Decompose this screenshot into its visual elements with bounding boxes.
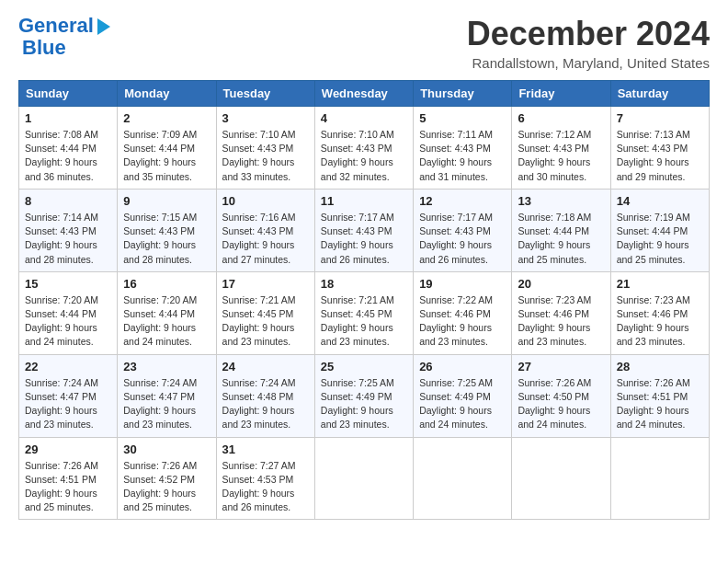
column-header-tuesday: Tuesday <box>216 81 314 107</box>
day-cell-11: 11Sunrise: 7:17 AM Sunset: 4:43 PM Dayli… <box>314 189 413 271</box>
column-header-friday: Friday <box>512 81 610 107</box>
week-row-5: 29Sunrise: 7:26 AM Sunset: 4:51 PM Dayli… <box>19 437 710 520</box>
day-number: 1 <box>25 111 111 125</box>
day-number: 25 <box>321 360 407 373</box>
day-info: Sunrise: 7:13 AM Sunset: 4:43 PM Dayligh… <box>617 128 703 184</box>
day-number: 19 <box>419 277 506 291</box>
empty-cell <box>314 437 413 520</box>
day-info: Sunrise: 7:20 AM Sunset: 4:44 PM Dayligh… <box>25 293 111 350</box>
logo-blue: Blue <box>18 37 66 59</box>
day-number: 24 <box>222 360 309 373</box>
day-cell-16: 16Sunrise: 7:20 AM Sunset: 4:44 PM Dayli… <box>118 271 216 354</box>
day-info: Sunrise: 7:09 AM Sunset: 4:44 PM Dayligh… <box>123 128 210 184</box>
day-cell-30: 30Sunrise: 7:26 AM Sunset: 4:52 PM Dayli… <box>118 437 216 520</box>
day-cell-18: 18Sunrise: 7:21 AM Sunset: 4:45 PM Dayli… <box>314 271 413 354</box>
day-cell-21: 21Sunrise: 7:23 AM Sunset: 4:46 PM Dayli… <box>610 271 709 354</box>
day-info: Sunrise: 7:21 AM Sunset: 4:45 PM Dayligh… <box>321 293 407 350</box>
day-info: Sunrise: 7:23 AM Sunset: 4:46 PM Dayligh… <box>518 293 604 350</box>
day-info: Sunrise: 7:25 AM Sunset: 4:49 PM Dayligh… <box>321 376 407 432</box>
empty-cell <box>512 437 610 520</box>
day-number: 23 <box>123 360 210 373</box>
day-cell-14: 14Sunrise: 7:19 AM Sunset: 4:44 PM Dayli… <box>610 189 709 271</box>
day-cell-22: 22Sunrise: 7:24 AM Sunset: 4:47 PM Dayli… <box>19 354 118 437</box>
week-row-2: 8Sunrise: 7:14 AM Sunset: 4:43 PM Daylig… <box>19 189 710 271</box>
day-number: 16 <box>123 277 210 291</box>
logo: General Blue <box>18 15 94 59</box>
day-info: Sunrise: 7:17 AM Sunset: 4:43 PM Dayligh… <box>321 211 407 267</box>
calendar-body: 1Sunrise: 7:08 AM Sunset: 4:44 PM Daylig… <box>19 107 710 520</box>
empty-cell <box>610 437 709 520</box>
day-cell-13: 13Sunrise: 7:18 AM Sunset: 4:44 PM Dayli… <box>512 189 610 271</box>
day-number: 7 <box>617 111 703 125</box>
day-number: 26 <box>419 360 506 373</box>
day-info: Sunrise: 7:25 AM Sunset: 4:49 PM Dayligh… <box>419 376 506 432</box>
day-number: 4 <box>321 111 407 125</box>
day-number: 10 <box>222 194 309 208</box>
day-cell-31: 31Sunrise: 7:27 AM Sunset: 4:53 PM Dayli… <box>216 437 314 520</box>
day-number: 14 <box>617 194 703 208</box>
month-year: December 2024 <box>467 15 710 53</box>
day-number: 12 <box>419 194 506 208</box>
logo-text: General <box>18 14 94 37</box>
day-number: 30 <box>123 442 210 456</box>
column-header-wednesday: Wednesday <box>314 81 413 107</box>
day-info: Sunrise: 7:19 AM Sunset: 4:44 PM Dayligh… <box>617 211 703 267</box>
day-info: Sunrise: 7:15 AM Sunset: 4:43 PM Dayligh… <box>123 211 210 267</box>
day-info: Sunrise: 7:26 AM Sunset: 4:51 PM Dayligh… <box>617 376 703 432</box>
day-cell-4: 4Sunrise: 7:10 AM Sunset: 4:43 PM Daylig… <box>314 107 413 190</box>
day-info: Sunrise: 7:22 AM Sunset: 4:46 PM Dayligh… <box>419 293 506 350</box>
empty-cell <box>414 437 512 520</box>
header: General Blue December 2024 Randallstown,… <box>18 15 710 71</box>
day-info: Sunrise: 7:24 AM Sunset: 4:47 PM Dayligh… <box>123 376 210 432</box>
day-cell-9: 9Sunrise: 7:15 AM Sunset: 4:43 PM Daylig… <box>118 189 216 271</box>
day-cell-27: 27Sunrise: 7:26 AM Sunset: 4:50 PM Dayli… <box>512 354 610 437</box>
day-number: 22 <box>25 360 111 373</box>
day-number: 17 <box>222 277 309 291</box>
day-number: 28 <box>617 360 703 373</box>
day-number: 3 <box>222 111 309 125</box>
day-number: 6 <box>518 111 604 125</box>
day-info: Sunrise: 7:08 AM Sunset: 4:44 PM Dayligh… <box>25 128 111 184</box>
day-number: 9 <box>123 194 210 208</box>
calendar-header-row: SundayMondayTuesdayWednesdayThursdayFrid… <box>19 81 710 107</box>
day-cell-3: 3Sunrise: 7:10 AM Sunset: 4:43 PM Daylig… <box>216 107 314 190</box>
day-cell-20: 20Sunrise: 7:23 AM Sunset: 4:46 PM Dayli… <box>512 271 610 354</box>
day-cell-25: 25Sunrise: 7:25 AM Sunset: 4:49 PM Dayli… <box>314 354 413 437</box>
day-cell-23: 23Sunrise: 7:24 AM Sunset: 4:47 PM Dayli… <box>118 354 216 437</box>
day-info: Sunrise: 7:12 AM Sunset: 4:43 PM Dayligh… <box>518 128 604 184</box>
day-info: Sunrise: 7:24 AM Sunset: 4:48 PM Dayligh… <box>222 376 309 432</box>
location: Randallstown, Maryland, United States <box>467 55 710 71</box>
day-cell-12: 12Sunrise: 7:17 AM Sunset: 4:43 PM Dayli… <box>414 189 512 271</box>
day-number: 2 <box>123 111 210 125</box>
day-info: Sunrise: 7:24 AM Sunset: 4:47 PM Dayligh… <box>25 376 111 432</box>
column-header-sunday: Sunday <box>19 81 118 107</box>
day-info: Sunrise: 7:26 AM Sunset: 4:52 PM Dayligh… <box>123 459 210 515</box>
day-info: Sunrise: 7:23 AM Sunset: 4:46 PM Dayligh… <box>617 293 703 350</box>
day-info: Sunrise: 7:26 AM Sunset: 4:50 PM Dayligh… <box>518 376 604 432</box>
day-info: Sunrise: 7:11 AM Sunset: 4:43 PM Dayligh… <box>419 128 506 184</box>
day-cell-24: 24Sunrise: 7:24 AM Sunset: 4:48 PM Dayli… <box>216 354 314 437</box>
day-info: Sunrise: 7:18 AM Sunset: 4:44 PM Dayligh… <box>518 211 604 267</box>
column-header-saturday: Saturday <box>610 81 709 107</box>
day-info: Sunrise: 7:21 AM Sunset: 4:45 PM Dayligh… <box>222 293 309 350</box>
day-info: Sunrise: 7:16 AM Sunset: 4:43 PM Dayligh… <box>222 211 309 267</box>
day-number: 21 <box>617 277 703 291</box>
day-cell-10: 10Sunrise: 7:16 AM Sunset: 4:43 PM Dayli… <box>216 189 314 271</box>
day-info: Sunrise: 7:20 AM Sunset: 4:44 PM Dayligh… <box>123 293 210 350</box>
day-number: 5 <box>419 111 506 125</box>
day-cell-6: 6Sunrise: 7:12 AM Sunset: 4:43 PM Daylig… <box>512 107 610 190</box>
column-header-thursday: Thursday <box>414 81 512 107</box>
day-info: Sunrise: 7:10 AM Sunset: 4:43 PM Dayligh… <box>222 128 309 184</box>
day-number: 11 <box>321 194 407 208</box>
day-info: Sunrise: 7:14 AM Sunset: 4:43 PM Dayligh… <box>25 211 111 267</box>
day-cell-17: 17Sunrise: 7:21 AM Sunset: 4:45 PM Dayli… <box>216 271 314 354</box>
column-header-monday: Monday <box>118 81 216 107</box>
day-number: 15 <box>25 277 111 291</box>
day-cell-29: 29Sunrise: 7:26 AM Sunset: 4:51 PM Dayli… <box>19 437 118 520</box>
day-number: 29 <box>25 442 111 456</box>
day-number: 31 <box>222 442 309 456</box>
day-info: Sunrise: 7:27 AM Sunset: 4:53 PM Dayligh… <box>222 459 309 515</box>
day-number: 13 <box>518 194 604 208</box>
title-block: December 2024 Randallstown, Maryland, Un… <box>467 15 710 71</box>
day-cell-15: 15Sunrise: 7:20 AM Sunset: 4:44 PM Dayli… <box>19 271 118 354</box>
